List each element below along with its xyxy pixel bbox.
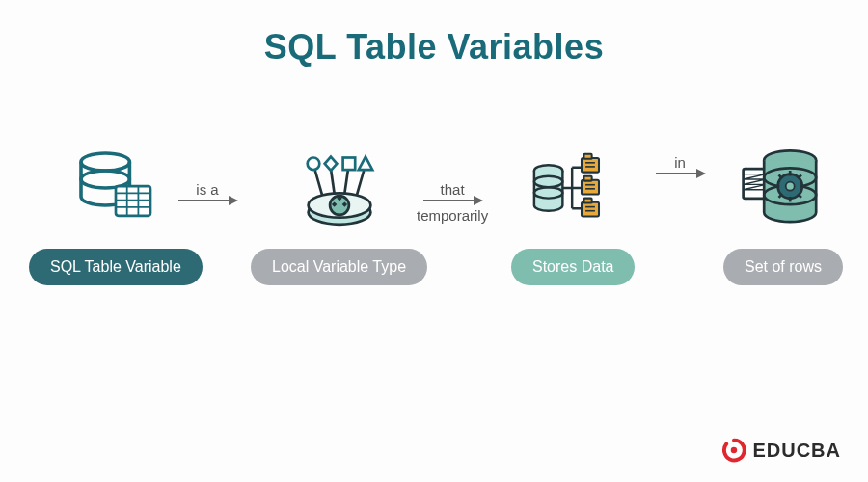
- node-local-variable-type: Local Variable Type: [251, 145, 427, 285]
- node-stores-data: Stores Data: [511, 145, 635, 285]
- svg-rect-30: [582, 202, 599, 217]
- svg-point-48: [731, 447, 738, 454]
- educba-mark-icon: [721, 438, 746, 463]
- arrow-line-icon: [423, 200, 481, 201]
- arrow-line-icon: [178, 200, 236, 201]
- database-table-icon: [72, 145, 159, 231]
- svg-marker-18: [358, 157, 371, 171]
- arrow-label: in: [674, 154, 686, 171]
- arrow-is-a: is a: [178, 181, 236, 201]
- node-set-of-rows: Set of rows: [723, 145, 843, 285]
- svg-line-13: [344, 169, 348, 193]
- svg-rect-31: [584, 199, 592, 203]
- svg-line-11: [314, 171, 321, 195]
- arrow-sublabel: temporarily: [417, 207, 488, 224]
- node-sql-table-variable: SQL Table Variable: [29, 145, 203, 285]
- stores-data-icon: [529, 145, 616, 231]
- node-label: SQL Table Variable: [29, 249, 203, 285]
- page-title: SQL Table Variables: [0, 0, 868, 67]
- variable-type-icon: [296, 145, 383, 231]
- brand-logo: EDUCBA: [721, 438, 841, 463]
- brand-text: EDUCBA: [752, 440, 841, 462]
- svg-rect-27: [584, 176, 592, 181]
- svg-point-0: [81, 153, 129, 171]
- svg-line-12: [331, 169, 335, 193]
- arrow-in: in: [656, 154, 704, 174]
- node-label: Set of rows: [723, 249, 843, 285]
- node-label: Stores Data: [511, 249, 635, 285]
- arrow-label: that: [441, 181, 465, 198]
- svg-rect-26: [582, 180, 599, 195]
- rows-gear-icon: [740, 145, 827, 231]
- flow-diagram: SQL Table Variable is a Local Varia: [0, 145, 868, 395]
- svg-rect-22: [582, 158, 599, 173]
- arrow-line-icon: [656, 173, 704, 174]
- svg-point-15: [307, 158, 319, 171]
- svg-point-39: [786, 182, 795, 191]
- svg-rect-23: [584, 154, 592, 159]
- node-label: Local Variable Type: [251, 249, 427, 285]
- arrow-label: is a: [196, 181, 218, 198]
- svg-rect-17: [342, 158, 355, 171]
- svg-line-14: [357, 171, 364, 195]
- svg-marker-16: [324, 157, 337, 171]
- arrow-that-temporarily: that temporarily: [417, 181, 488, 224]
